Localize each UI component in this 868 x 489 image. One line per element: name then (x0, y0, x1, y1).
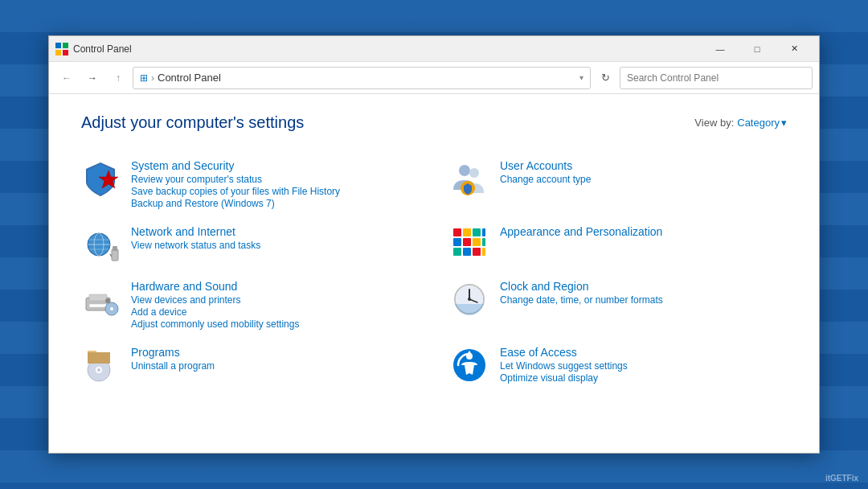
category-hardware-sound: Hardware and Sound View devices and prin… (81, 272, 418, 338)
svg-rect-24 (453, 248, 461, 256)
viewby-value-text: Category (737, 117, 780, 129)
user-link-1[interactable]: Change account type (500, 174, 591, 185)
categories-grid: System and Security Review your computer… (81, 151, 787, 392)
viewby-label: View by: (694, 117, 734, 129)
content-area: Adjust your computer's settings View by:… (49, 94, 819, 453)
up-button[interactable]: ↑ (107, 67, 129, 89)
view-by: View by: Category ▾ (694, 117, 787, 129)
hardware-link-3[interactable]: Adjust commonly used mobility settings (131, 318, 299, 330)
ease-of-access-content: Ease of Access Let Windows suggest setti… (500, 346, 628, 384)
network-internet-links: View network status and tasks (131, 240, 260, 251)
programs-link-1[interactable]: Uninstall a program (131, 360, 215, 372)
category-appearance: Appearance and Personalization (450, 217, 787, 272)
title-bar: Control Panel — □ ✕ (49, 36, 819, 62)
path-separator: › (151, 72, 154, 84)
svg-rect-0 (55, 43, 61, 48)
svg-rect-15 (113, 246, 117, 251)
category-network-internet: Network and Internet View network status… (81, 217, 418, 272)
clock-region-title[interactable]: Clock and Region (500, 280, 663, 293)
svg-rect-17 (463, 228, 471, 236)
watermark: itGETFix (825, 474, 858, 483)
address-bar: ← → ↑ ⊞ › Control Panel ▾ ↻ (49, 62, 819, 94)
category-system-security: System and Security Review your computer… (81, 151, 418, 217)
svg-rect-14 (112, 249, 118, 261)
svg-rect-16 (453, 228, 461, 236)
search-box[interactable] (620, 67, 813, 89)
viewby-dropdown-icon: ▾ (781, 117, 787, 129)
appearance-icon (450, 225, 489, 264)
category-user-accounts: User Accounts Change account type (450, 151, 787, 217)
refresh-button[interactable]: ↻ (594, 67, 616, 89)
path-dropdown-icon[interactable]: ▾ (579, 73, 583, 82)
window-controls: — □ ✕ (702, 36, 813, 62)
network-link-1[interactable]: View network status and tasks (131, 240, 260, 251)
system-link-2[interactable]: Save backup copies of your files with Fi… (131, 186, 340, 197)
clock-region-content: Clock and Region Change date, time, or n… (500, 280, 663, 306)
category-ease-of-access: Ease of Access Let Windows suggest setti… (450, 338, 787, 392)
svg-point-33 (110, 307, 113, 310)
svg-point-6 (469, 168, 479, 178)
system-link-1[interactable]: Review your computer's status (131, 174, 340, 185)
svg-rect-29 (89, 294, 107, 301)
page-title: Adjust your computer's settings (81, 113, 304, 132)
svg-rect-1 (63, 43, 68, 48)
hardware-link-1[interactable]: View devices and printers (131, 294, 299, 306)
svg-point-38 (468, 298, 471, 301)
user-accounts-links: Change account type (500, 174, 591, 185)
network-internet-content: Network and Internet View network status… (131, 225, 260, 251)
svg-rect-18 (473, 228, 481, 236)
hardware-sound-icon (81, 280, 120, 318)
svg-rect-25 (463, 248, 471, 256)
svg-rect-22 (473, 238, 481, 246)
clock-link-1[interactable]: Change date, time, or number formats (500, 294, 663, 306)
ease-of-access-title[interactable]: Ease of Access (500, 346, 628, 359)
clock-region-links: Change date, time, or number formats (500, 294, 663, 306)
appearance-title[interactable]: Appearance and Personalization (500, 225, 662, 238)
svg-rect-30 (89, 304, 107, 307)
forward-button[interactable]: → (81, 67, 104, 89)
svg-rect-20 (453, 238, 461, 246)
hardware-link-2[interactable]: Add a device (131, 306, 299, 318)
window-icon (55, 43, 68, 55)
close-button[interactable]: ✕ (776, 36, 813, 62)
path-windows-icon: ⊞ (140, 72, 148, 84)
clock-region-icon (450, 280, 489, 318)
programs-icon (81, 346, 120, 384)
svg-rect-19 (482, 228, 485, 236)
svg-rect-26 (473, 248, 481, 256)
svg-point-5 (459, 165, 470, 176)
control-panel-window: Control Panel — □ ✕ ← → ↑ ⊞ › Control Pa… (48, 35, 820, 454)
programs-title[interactable]: Programs (131, 346, 215, 359)
user-accounts-content: User Accounts Change account type (500, 159, 591, 185)
appearance-content: Appearance and Personalization (500, 225, 662, 240)
address-path[interactable]: ⊞ › Control Panel ▾ (133, 67, 591, 89)
minimize-button[interactable]: — (702, 36, 739, 62)
back-button[interactable]: ← (55, 67, 78, 89)
programs-links: Uninstall a program (131, 360, 215, 372)
hardware-sound-content: Hardware and Sound View devices and prin… (131, 280, 299, 330)
system-security-content: System and Security Review your computer… (131, 159, 340, 209)
system-security-icon (81, 159, 120, 198)
system-security-links: Review your computer's status Save backu… (131, 174, 340, 209)
system-link-3[interactable]: Backup and Restore (Windows 7) (131, 198, 340, 209)
ease-of-access-icon (450, 346, 489, 384)
ease-of-access-links: Let Windows suggest settings Optimize vi… (500, 360, 628, 384)
category-programs: Programs Uninstall a program (81, 338, 418, 392)
network-internet-icon (81, 225, 120, 264)
svg-rect-21 (463, 238, 471, 246)
user-accounts-title[interactable]: User Accounts (500, 159, 591, 172)
hardware-sound-title[interactable]: Hardware and Sound (131, 280, 299, 293)
system-security-title[interactable]: System and Security (131, 159, 340, 172)
ease-link-2[interactable]: Optimize visual display (500, 372, 628, 384)
hardware-sound-links: View devices and printers Add a device A… (131, 294, 299, 330)
user-accounts-icon (450, 159, 489, 198)
network-internet-title[interactable]: Network and Internet (131, 225, 260, 238)
path-text: Control Panel (158, 72, 221, 84)
svg-rect-2 (55, 50, 61, 55)
search-input[interactable] (627, 72, 805, 84)
viewby-dropdown[interactable]: Category ▾ (737, 117, 787, 129)
svg-rect-3 (63, 50, 68, 55)
maximize-button[interactable]: □ (739, 36, 776, 62)
ease-link-1[interactable]: Let Windows suggest settings (500, 360, 628, 372)
window-title: Control Panel (73, 43, 702, 55)
